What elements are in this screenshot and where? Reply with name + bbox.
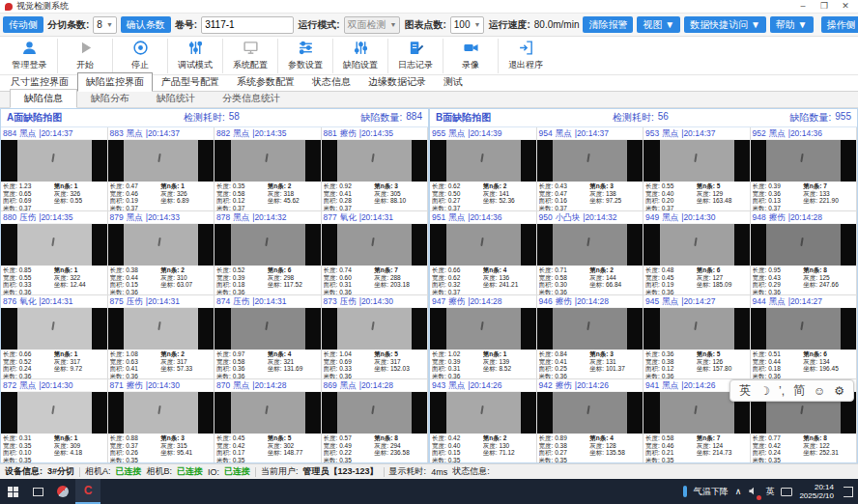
subtab-defect-distribution[interactable]: 缺陷分布	[77, 90, 143, 107]
chart-points-select[interactable]: 100▼	[450, 16, 485, 34]
defect-type: 黑点	[556, 128, 572, 138]
taskbar: C 气温下降 ∧ 英 20:14 2025/2/10	[0, 479, 858, 504]
ime-simplified-toggle[interactable]: 简	[793, 382, 805, 399]
close-button[interactable]: ✕	[835, 0, 856, 13]
length-value: 0.45	[233, 434, 245, 441]
defect-cell[interactable]: 872黑点|20:14:30 长度: 0.31 宽度: 0.35 面积: 0.1…	[1, 379, 108, 463]
ime-punctuation-toggle[interactable]: ’,	[779, 384, 785, 398]
defect-cell[interactable]: 954黑点|20:14:37 长度: 0.43 宽度: 0.47 面积: 0.1…	[537, 127, 644, 211]
weather-text[interactable]: 气温下降	[694, 486, 729, 498]
debug-mode-button[interactable]: 调试模式	[167, 39, 222, 73]
maximize-button[interactable]: ❐	[814, 0, 835, 13]
defect-cell[interactable]: 884黑点|20:14:37 长度: 1.23 宽度: 0.65 面积: 0.6…	[1, 127, 108, 211]
defect-cell[interactable]: 942擦伤|20:14:26 长度: 0.89 宽度: 0.38 面积: 0.2…	[537, 379, 644, 463]
defect-mark	[586, 322, 589, 330]
defect-cell[interactable]: 869黑点|20:14:28 长度: 0.57 宽度: 0.49 面积: 0.2…	[322, 379, 429, 463]
data-access-menu-button[interactable]: 数据快捷访问 ▼	[684, 16, 766, 33]
defect-cell[interactable]: 946擦伤|20:14:28 长度: 0.84 宽度: 0.41 面积: 0.2…	[537, 295, 644, 379]
defect-cell[interactable]: 882黑点|20:14:35 长度: 0.35 宽度: 0.58 面积: 0.1…	[214, 127, 322, 211]
defect-cell[interactable]: 881擦伤|20:14:35 长度: 0.92 宽度: 0.41 面积: 0.2…	[322, 127, 429, 211]
defect-cell[interactable]: 951黑点|20:14:36 长度: 0.66 宽度: 0.62 面积: 0.3…	[430, 211, 537, 295]
width-label: 宽度:	[216, 274, 231, 281]
defect-cell[interactable]: 943黑点|20:14:26 长度: 0.42 宽度: 0.40 面积: 0.1…	[430, 379, 537, 463]
user-icon	[21, 40, 38, 58]
defect-cell[interactable]: 873压伤|20:14:30 长度: 1.04 宽度: 0.69 面积: 0.3…	[322, 295, 429, 379]
ime-settings-gear-icon[interactable]: ⚙	[834, 384, 844, 398]
admin-login-button[interactable]: 管理登录	[2, 39, 57, 73]
strip-count-select[interactable]: 8▼	[93, 16, 117, 34]
ime-emoji-icon[interactable]: ☺	[814, 384, 825, 398]
meter-value: 0.36	[233, 289, 245, 295]
clock[interactable]: 20:14 2025/2/10	[799, 483, 834, 500]
roll-number-input[interactable]	[201, 16, 294, 34]
defect-cell[interactable]: 945黑点|20:14:27 长度: 0.36 宽度: 0.38 面积: 0.1…	[644, 295, 751, 379]
subtab-defect-info[interactable]: 缺陷信息	[10, 89, 77, 108]
ime-lang-toggle[interactable]: 英	[739, 382, 751, 399]
defect-cell[interactable]: 883黑点|20:14:37 长度: 0.47 宽度: 0.46 面积: 0.1…	[108, 127, 215, 211]
tab-status-info[interactable]: 状态信息	[303, 72, 359, 91]
action-center-icon[interactable]	[844, 487, 853, 497]
system-config-button[interactable]: 系统配置	[222, 39, 277, 73]
record-button[interactable]: 录像	[443, 39, 498, 73]
view-menu-button[interactable]: 视图 ▼	[637, 16, 680, 33]
defect-cell[interactable]: 948擦伤|20:14:28 长度: 0.95 宽度: 0.43 面积: 0.2…	[751, 211, 858, 295]
minimize-button[interactable]: –	[792, 0, 814, 13]
defect-cell[interactable]: 871擦伤|20:14:30 长度: 0.88 宽度: 0.37 面积: 0.2…	[108, 379, 215, 463]
defect-cell[interactable]: 944黑点|20:14:27 长度: 0.51 宽度: 0.44 面积: 0.1…	[751, 295, 858, 379]
keyboard-icon[interactable]	[781, 488, 792, 496]
defect-cell[interactable]: 876氧化|20:14:31 长度: 0.66 宽度: 0.52 面积: 0.2…	[1, 295, 108, 379]
exit-button[interactable]: 退出程序	[498, 39, 553, 73]
confirm-strips-button[interactable]: 确认条数	[121, 16, 171, 33]
stop-button[interactable]: 停止	[112, 39, 167, 73]
tab-edge-data[interactable]: 边缘数据记录	[359, 72, 435, 91]
start-button[interactable]: 开始	[57, 39, 112, 73]
start-button[interactable]	[0, 479, 25, 504]
defect-cell[interactable]: 877氧化|20:14:31 长度: 0.74 宽度: 0.60 面积: 0.3…	[322, 211, 429, 295]
clock-date: 2025/2/10	[799, 491, 834, 500]
defect-image	[751, 224, 857, 266]
strip-label: 第n条:	[268, 350, 286, 357]
detection-app-button[interactable]: C	[75, 479, 100, 504]
defect-meta: 长度: 0.88 宽度: 0.37 面积: 0.26 米数: 0.35 第n条:…	[108, 434, 214, 463]
tray-expand-arrow[interactable]: ∧	[735, 487, 742, 496]
strip-label: 第n条:	[483, 434, 501, 441]
param-settings-button[interactable]: 参数设置	[277, 39, 332, 73]
defect-cell[interactable]: 878黑点|20:14:32 长度: 0.52 宽度: 0.39 面积: 0.1…	[214, 211, 322, 295]
defect-cell[interactable]: 880压伤|20:14:35 长度: 0.85 宽度: 0.55 面积: 0.3…	[1, 211, 108, 295]
run-mode-select[interactable]: 双面检测▼	[344, 16, 401, 34]
defect-cell[interactable]: 874压伤|20:14:31 长度: 0.97 宽度: 0.58 面积: 0.3…	[214, 295, 322, 379]
defect-cell[interactable]: 870黑点|20:14:28 长度: 0.45 宽度: 0.42 面积: 0.1…	[214, 379, 322, 463]
defect-cell[interactable]: 947擦伤|20:14:28 长度: 1.02 宽度: 0.39 面积: 0.3…	[430, 295, 537, 379]
input-app-button[interactable]	[50, 479, 75, 504]
tab-system-params[interactable]: 系统参数配置	[228, 72, 303, 91]
defect-cell[interactable]: 953黑点|20:14:37 长度: 0.55 宽度: 0.40 面积: 0.2…	[644, 127, 751, 211]
defect-cell[interactable]: 955黑点|20:14:39 长度: 0.62 宽度: 0.50 面积: 0.2…	[430, 127, 537, 211]
width-label: 宽度:	[3, 274, 17, 281]
tab-test[interactable]: 测试	[435, 72, 472, 91]
log-button[interactable]: 日志记录	[387, 39, 443, 73]
help-menu-button[interactable]: 帮助 ▼	[770, 16, 814, 33]
width-label: 宽度:	[539, 190, 554, 197]
tab-defect-monitor[interactable]: 缺陷监控界面	[77, 72, 153, 92]
defect-cell[interactable]: 875压伤|20:14:31 长度: 1.08 宽度: 0.63 面积: 0.4…	[108, 295, 215, 379]
subtab-class-stats[interactable]: 分类信息统计	[209, 90, 294, 107]
defect-cell-title: 873压伤|20:14:30	[322, 295, 428, 308]
ime-language-indicator[interactable]: 英	[765, 486, 774, 498]
defect-cell[interactable]: 952黑点|20:14:36 长度: 0.39 宽度: 0.36 面积: 0.1…	[751, 127, 858, 211]
defect-type: 压伤	[340, 296, 357, 306]
drive-side-button[interactable]: 传动侧	[3, 16, 43, 33]
clear-alarm-button[interactable]: 清除报警	[583, 16, 633, 33]
operator-side-button[interactable]: 操作侧	[821, 16, 858, 33]
defect-cell[interactable]: 950小凸块|20:14:32 长度: 0.71 宽度: 0.58 面积: 0.…	[537, 211, 644, 295]
coord-label: 坐标:	[160, 197, 175, 204]
task-view-button[interactable]	[25, 479, 50, 504]
defect-settings-button[interactable]: 缺陷设置	[332, 39, 387, 73]
ime-halfwidth-moon-icon[interactable]: ☽	[759, 384, 770, 398]
defect-cell[interactable]: 949黑点|20:14:30 长度: 0.48 宽度: 0.45 面积: 0.1…	[644, 211, 751, 295]
volume-icon[interactable]	[748, 486, 758, 498]
gray-label: 灰度:	[374, 358, 388, 365]
tab-product-config[interactable]: 产品型号配置	[153, 72, 228, 91]
defect-meta-right: 第n条: 6 灰度: 134 坐标: 196.45	[803, 350, 854, 379]
subtab-defect-stats[interactable]: 缺陷统计	[143, 90, 209, 107]
defect-cell[interactable]: 879黑点|20:14:33 长度: 0.38 宽度: 0.44 面积: 0.1…	[108, 211, 215, 295]
